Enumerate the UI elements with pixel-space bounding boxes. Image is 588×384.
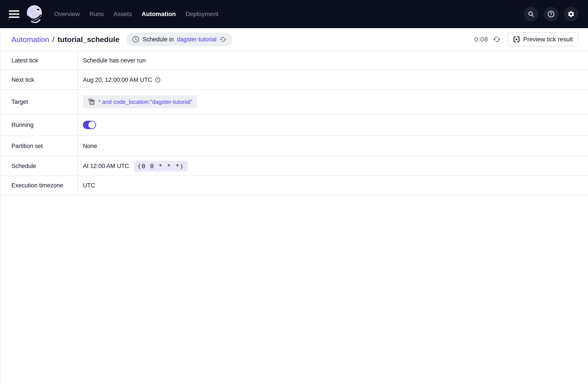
code-location-link[interactable]: dagster-tutorial <box>177 36 216 43</box>
table-row-schedule: Schedule At 12:00 AM UTC (0 0 * * *) <box>0 157 588 176</box>
breadcrumb-separator: / <box>52 35 54 44</box>
partition-set-value: None <box>78 136 588 156</box>
top-nav: Overview Runs Assets Automation Deployme… <box>0 0 588 28</box>
refresh-countdown: 0:08 <box>474 36 488 43</box>
row-label: Execution timezone <box>0 176 78 195</box>
preview-tick-result-button[interactable]: Preview tick result <box>507 32 578 46</box>
asset-selection-badge[interactable]: * and code_location:"dagster-tutorial" <box>83 95 197 108</box>
table-row-latest-tick: Latest tick Schedule has never run <box>0 51 588 70</box>
search-icon <box>527 11 535 18</box>
row-label: Target <box>0 90 78 114</box>
breadcrumb: Automation / tutorial_schedule Schedule … <box>11 33 232 46</box>
nav-item-runs[interactable]: Runs <box>89 11 104 18</box>
badge-text: Schedule in <box>143 36 174 43</box>
settings-button[interactable] <box>564 7 578 21</box>
table-row-execution-timezone: Execution timezone UTC <box>0 176 588 195</box>
nav-icon-group: ? <box>524 7 578 21</box>
page-title: tutorial_schedule <box>57 35 119 44</box>
running-toggle[interactable] <box>83 121 96 129</box>
header-actions: 0:08 Preview tick result <box>474 32 578 46</box>
schedule-context-badge: Schedule in dagster-tutorial <box>126 33 232 46</box>
latest-tick-value: Schedule has never run <box>78 51 588 70</box>
page-header: Automation / tutorial_schedule Schedule … <box>0 28 588 51</box>
execution-timezone-value: UTC <box>78 176 588 195</box>
breadcrumb-automation-link[interactable]: Automation <box>11 35 49 44</box>
next-tick-value: Aug 20, 12:00:00 AM UTC <box>78 70 588 89</box>
schedule-details-table: Latest tick Schedule has never run Next … <box>0 51 588 195</box>
refresh-button[interactable] <box>493 35 501 43</box>
clock-icon <box>132 35 140 43</box>
help-icon: ? <box>547 10 555 18</box>
asset-selection-icon <box>87 98 95 106</box>
preview-tick-icon <box>513 36 520 43</box>
table-row-next-tick: Next tick Aug 20, 12:00:00 AM UTC <box>0 70 588 90</box>
table-row-target: Target * and code_location:"dagster <box>0 90 588 114</box>
toggle-knob <box>88 121 95 128</box>
clock-icon <box>155 77 161 83</box>
search-button[interactable] <box>524 7 538 21</box>
row-label: Schedule <box>0 157 78 175</box>
asset-selection-text: * and code_location:"dagster-tutorial" <box>98 99 192 105</box>
svg-text:?: ? <box>550 12 552 16</box>
cron-expression-badge: (0 0 * * *) <box>134 161 188 171</box>
reload-icon[interactable] <box>219 36 227 43</box>
hamburger-icon <box>9 10 19 12</box>
nav-item-overview[interactable]: Overview <box>54 11 80 18</box>
preview-tick-result-label: Preview tick result <box>523 36 573 43</box>
dagster-logo[interactable] <box>25 4 44 24</box>
table-row-partition-set: Partition set None <box>0 136 588 157</box>
row-label: Partition set <box>0 136 78 156</box>
table-row-running: Running <box>0 114 588 136</box>
help-button[interactable]: ? <box>544 7 558 21</box>
refresh-icon <box>493 35 501 43</box>
primary-nav: Overview Runs Assets Automation Deployme… <box>54 11 218 18</box>
row-label: Running <box>0 114 78 135</box>
row-label: Next tick <box>0 70 78 89</box>
menu-button[interactable] <box>9 10 19 18</box>
nav-item-deployment[interactable]: Deployment <box>186 11 218 18</box>
schedule-time-value: At 12:00 AM UTC <box>83 163 129 170</box>
page-content: Automation / tutorial_schedule Schedule … <box>0 28 588 384</box>
gear-icon <box>567 10 575 18</box>
nav-item-assets[interactable]: Assets <box>113 11 132 18</box>
nav-item-automation[interactable]: Automation <box>142 11 176 18</box>
row-label: Latest tick <box>0 51 78 70</box>
